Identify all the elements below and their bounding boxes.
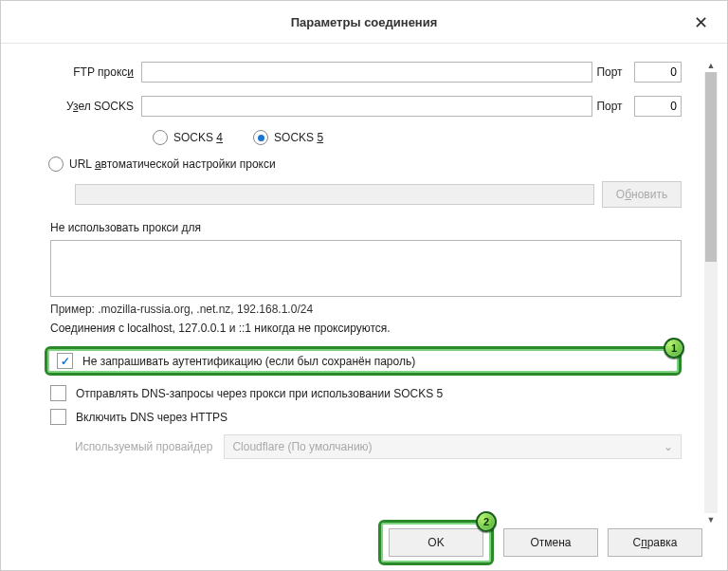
socks-host-row: Узел SOCKS Порт xyxy=(1,96,701,130)
cancel-button[interactable]: Отмена xyxy=(503,528,598,557)
ftp-proxy-label: FTP прокси xyxy=(20,65,141,79)
doh-label: Включить DNS через HTTPS xyxy=(76,411,228,424)
dns-socks5-row: Отправлять DNS-запросы через прокси при … xyxy=(1,381,701,405)
doh-checkbox[interactable] xyxy=(50,409,66,425)
socks4-label: SOCKS 4 xyxy=(173,131,223,144)
dns-socks5-checkbox[interactable] xyxy=(50,385,66,401)
pac-url-input xyxy=(75,184,594,205)
ftp-proxy-row: FTP прокси Порт xyxy=(1,62,701,96)
socks-host-input[interactable] xyxy=(141,96,592,117)
pac-url-label: URL автоматической настройки прокси xyxy=(69,157,276,171)
ftp-port-label: Порт xyxy=(592,65,634,79)
pac-url-radio[interactable]: URL автоматической настройки прокси xyxy=(48,157,276,172)
dns-socks5-label: Отправлять DNS-запросы через прокси при … xyxy=(76,387,443,400)
noproxy-label: Не использовать прокси для xyxy=(1,221,701,240)
noproxy-example: Пример: .mozilla-russia.org, .net.nz, 19… xyxy=(1,303,701,322)
vertical-scrollbar[interactable]: ▲ ▼ xyxy=(704,72,718,513)
titlebar: Параметры соединения ✕ xyxy=(1,1,727,44)
doh-provider-value: Cloudflare (По умолчанию) xyxy=(232,440,372,453)
dialog-title: Параметры соединения xyxy=(291,15,438,29)
radio-icon xyxy=(253,130,268,145)
doh-provider-select: Cloudflare (По умолчанию) ⌄ xyxy=(224,434,682,459)
help-button[interactable]: Справка xyxy=(608,528,702,557)
noproxy-local-note: Соединения с localhost, 127.0.0.1 и ::1 … xyxy=(1,322,701,346)
auth-checkbox-highlight: ✓ Не запрашивать аутентификацию (если бы… xyxy=(45,346,682,376)
ftp-proxy-input[interactable] xyxy=(141,62,592,83)
radio-icon xyxy=(48,157,64,172)
ok-button[interactable]: OK xyxy=(389,528,483,557)
close-icon[interactable]: ✕ xyxy=(688,10,714,35)
refresh-button: Обновить xyxy=(602,181,682,208)
annotation-badge-1: 1 xyxy=(664,338,684,359)
socks-version-row: SOCKS 4 SOCKS 5 xyxy=(1,130,701,157)
socks-port-label: Порт xyxy=(592,100,634,113)
scroll-up-icon[interactable]: ▲ xyxy=(704,59,718,72)
dialog-footer: OK 2 Отмена Справка xyxy=(1,515,727,570)
doh-provider-label: Используемый провайдер xyxy=(75,440,212,453)
radio-icon xyxy=(153,130,168,145)
dialog-content: FTP прокси Порт Узел SOCKS Порт SOCKS 4 … xyxy=(1,43,701,515)
socks-port-input[interactable] xyxy=(634,96,682,117)
ftp-port-input[interactable] xyxy=(634,62,682,83)
doh-provider-row: Используемый провайдер Cloudflare (По ум… xyxy=(1,429,701,463)
ok-button-highlight: OK 2 xyxy=(378,520,494,565)
socks4-radio[interactable]: SOCKS 4 xyxy=(153,130,223,145)
socks-host-label: Узел SOCKS xyxy=(20,100,141,113)
doh-row: Включить DNS через HTTPS xyxy=(1,405,701,429)
chevron-down-icon: ⌄ xyxy=(664,440,673,453)
pac-input-row: Обновить xyxy=(1,181,701,221)
pac-radio-row: URL автоматической настройки прокси xyxy=(1,157,701,181)
scroll-thumb[interactable] xyxy=(705,72,717,262)
connection-settings-dialog: Параметры соединения ✕ FTP прокси Порт У… xyxy=(0,0,728,571)
auth-checkbox-label: Не запрашивать аутентификацию (если был … xyxy=(82,355,415,368)
annotation-badge-2: 2 xyxy=(476,511,497,532)
auth-checkbox[interactable]: ✓ xyxy=(57,353,73,369)
socks5-radio[interactable]: SOCKS 5 xyxy=(253,130,323,145)
socks5-label: SOCKS 5 xyxy=(274,131,323,144)
noproxy-textarea[interactable] xyxy=(50,240,682,297)
